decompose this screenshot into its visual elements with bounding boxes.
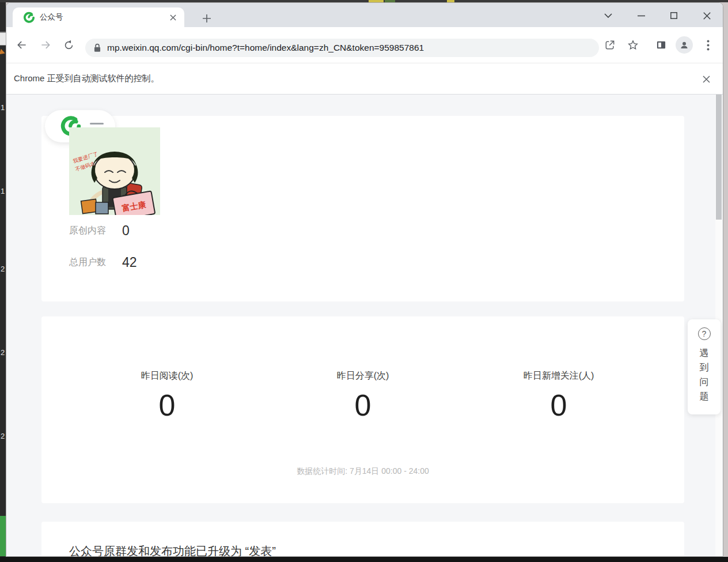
forward-button[interactable] bbox=[36, 35, 55, 55]
question-mark-icon: ? bbox=[698, 327, 711, 340]
account-overview-card: 我要进厂了 不做码农了 bbox=[41, 116, 684, 301]
yesterday-columns: 昨日阅读(次) 0 昨日分享(次) 0 昨日新增关注(人) 0 bbox=[41, 316, 684, 424]
bookmark-star-icon[interactable] bbox=[623, 35, 643, 55]
stat-yesterday-shares[interactable]: 昨日分享(次) 0 bbox=[265, 369, 461, 424]
page-content: 我要进厂了 不做码农了 bbox=[6, 95, 723, 556]
automation-notice-text: Chrome 正受到自动测试软件的控制。 bbox=[14, 73, 160, 84]
profile-avatar-icon[interactable] bbox=[674, 35, 694, 55]
help-float-label: 遇到问题 bbox=[699, 346, 710, 403]
tab-title: 公众号 bbox=[40, 12, 167, 22]
tab-gongzhonghao[interactable]: 公众号 bbox=[13, 7, 184, 27]
window-maximize-button[interactable] bbox=[664, 7, 684, 24]
stat-time-note: 数据统计时间: 7月14日 00:00 - 24:00 bbox=[41, 465, 684, 477]
url-text[interactable]: mp.weixin.qq.com/cgi-bin/home?t=home/ind… bbox=[107, 43, 424, 53]
stat-value: 0 bbox=[69, 387, 265, 424]
window-minimize-button[interactable] bbox=[631, 7, 651, 24]
stat-label: 昨日分享(次) bbox=[265, 369, 461, 382]
share-icon[interactable] bbox=[600, 35, 620, 55]
stat-label: 昨日新增关注(人) bbox=[461, 369, 657, 382]
background-window-left: 1 1 2 2 2 bbox=[0, 0, 6, 562]
new-tab-button[interactable] bbox=[199, 10, 215, 27]
scrollbar-thumb[interactable] bbox=[716, 95, 722, 220]
back-button[interactable] bbox=[12, 35, 32, 55]
side-panel-icon[interactable] bbox=[651, 35, 671, 55]
stat-yesterday-new-followers[interactable]: 昨日新增关注(人) 0 bbox=[461, 369, 657, 424]
background-green-block bbox=[0, 516, 6, 556]
yesterday-stats-card: 昨日阅读(次) 0 昨日分享(次) 0 昨日新增关注(人) 0 数据统计时间: … bbox=[41, 316, 684, 503]
site-lock-icon[interactable] bbox=[93, 43, 101, 52]
account-stats: 原创内容 0 总用户数 42 bbox=[69, 222, 137, 271]
background-taskbar-edge bbox=[0, 557, 728, 562]
stat-value: 0 bbox=[122, 223, 130, 239]
stat-value: 42 bbox=[122, 255, 137, 270]
publish-upgrade-card: 公众号原群发和发布功能已升级为 “发表” bbox=[41, 522, 684, 556]
stat-label: 昨日阅读(次) bbox=[69, 369, 265, 382]
menu-kebab-icon[interactable] bbox=[698, 35, 718, 55]
stat-yesterday-reads[interactable]: 昨日阅读(次) 0 bbox=[69, 369, 265, 424]
stat-row-total-users[interactable]: 总用户数 42 bbox=[69, 254, 137, 271]
stat-label: 总用户数 bbox=[69, 257, 107, 269]
stat-value: 0 bbox=[461, 387, 657, 424]
publish-upgrade-title: 公众号原群发和发布功能已升级为 “发表” bbox=[41, 522, 684, 556]
help-float-button[interactable]: ? 遇到问题 bbox=[688, 319, 721, 414]
infobar-close-icon[interactable] bbox=[698, 71, 714, 87]
reload-button[interactable] bbox=[59, 35, 78, 55]
stat-value: 0 bbox=[265, 387, 461, 424]
tab-search-chevron-icon[interactable] bbox=[598, 7, 618, 24]
wechat-mp-logo-icon bbox=[23, 12, 35, 24]
tab-strip: 公众号 bbox=[6, 3, 723, 27]
background-cursor-glyph bbox=[0, 49, 6, 56]
window-close-button[interactable] bbox=[697, 7, 716, 24]
address-bar[interactable]: mp.weixin.qq.com/cgi-bin/home?t=home/ind… bbox=[85, 39, 599, 57]
background-window-band bbox=[0, 32, 6, 46]
browser-toolbar: mp.weixin.qq.com/cgi-bin/home?t=home/ind… bbox=[6, 27, 723, 63]
stat-row-original-content[interactable]: 原创内容 0 bbox=[69, 222, 137, 239]
automation-infobar: Chrome 正受到自动测试软件的控制。 bbox=[6, 63, 723, 95]
tab-close-icon[interactable] bbox=[167, 12, 179, 23]
account-avatar[interactable]: 我要进厂了 不做码农了 bbox=[69, 127, 160, 215]
browser-window: 公众号 bbox=[6, 2, 723, 557]
stat-label: 原创内容 bbox=[69, 225, 107, 237]
